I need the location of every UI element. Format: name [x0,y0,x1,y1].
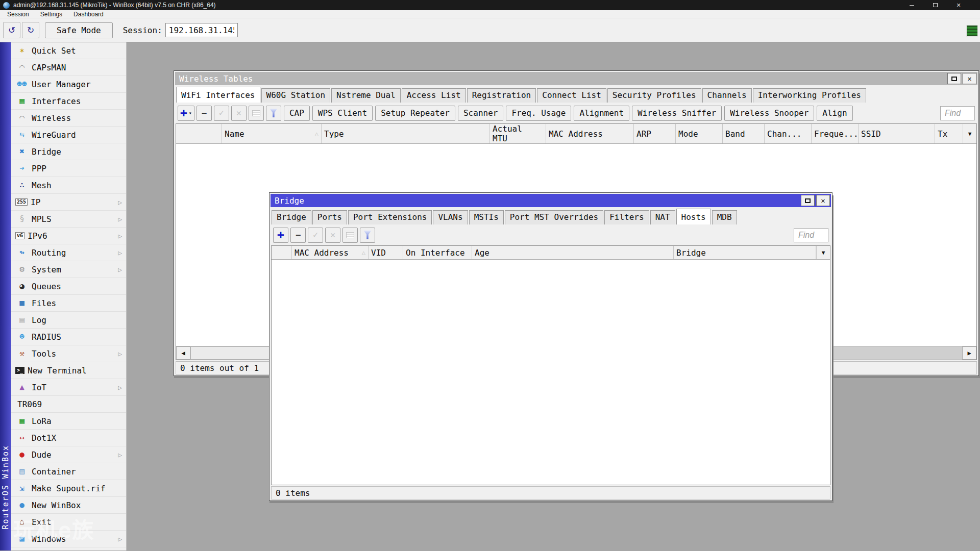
menu-item[interactable]: Dashboard [74,11,104,18]
toolbar-button[interactable]: Align [817,106,852,121]
sidebar-item-iot[interactable]: ▲ IoT ▷ [11,379,126,396]
toolbar-button[interactable]: Setup Repeater [375,106,455,121]
column-header[interactable]: Tx [935,124,963,143]
tab[interactable]: Channels [702,88,752,103]
menu-item[interactable]: Settings [40,11,62,18]
toolbar-button[interactable]: Wireless Snooper [724,106,814,121]
column-header[interactable]: Type [322,124,490,143]
column-header[interactable]: VID [369,246,403,259]
column-header[interactable]: SSID [859,124,935,143]
comment-button[interactable]: ▾ [249,106,264,121]
column-header[interactable]: Chan... [765,124,812,143]
scroll-left-button[interactable]: ◀ [176,346,190,360]
sidebar-item-interfaces[interactable]: ▦ Interfaces ▷ [11,93,126,110]
column-header[interactable]: Age [472,246,674,259]
sidebar-item-log[interactable]: ▤ Log ▷ [11,312,126,329]
toolbar-button[interactable]: Alignment [574,106,629,121]
window-close-button[interactable]: ✕ [963,73,976,84]
tab[interactable]: Nstreme Dual [331,88,401,103]
sidebar-item-dude[interactable]: ● Dude ▷ [11,446,126,463]
toolbar-button[interactable]: Wireless Sniffer [632,106,722,121]
tab[interactable]: Ports [312,210,347,224]
tab[interactable]: MDB [712,210,737,224]
sidebar-item-files[interactable]: ■ Files ▷ [11,295,126,312]
tab[interactable]: Connect List [537,88,606,103]
sidebar-item-mesh[interactable]: ∴ Mesh ▷ [11,177,126,194]
tab[interactable]: NAT [650,210,675,224]
tab[interactable]: Security Profiles [607,88,701,103]
remove-button[interactable]: − ▾ [197,106,212,121]
sidebar-item-tools[interactable]: ⚒ Tools ▷ [11,345,126,362]
undo-button[interactable]: ↺ [3,22,20,38]
tab[interactable]: Port Extensions [348,210,432,224]
sidebar-item-bridge[interactable]: ✖ Bridge ▷ [11,143,126,160]
column-header[interactable]: On Interface [403,246,472,259]
tab[interactable]: Filters [604,210,649,224]
sidebar-item-container[interactable]: ▤ Container ▷ [11,463,126,480]
os-close-button[interactable]: ✕ [953,1,964,9]
tab[interactable]: Port MST Overrides [505,210,603,224]
sidebar-item-capsman[interactable]: ◠ CAPsMAN ▷ [11,59,126,76]
column-header[interactable] [272,246,292,259]
filter-button[interactable]: ▾ [360,228,375,243]
toolbar-button[interactable]: CAP [284,106,310,121]
tab[interactable]: Bridge [272,210,311,224]
column-header[interactable]: Name △ [222,124,322,143]
remove-button[interactable]: − ▾ [290,228,306,243]
toolbar-button[interactable]: WPS Client [312,106,373,121]
safe-mode-button[interactable]: Safe Mode [45,22,113,38]
column-header[interactable]: Actual MTU [490,124,546,143]
sidebar-item-make-supout[interactable]: ⇲ Make Supout.rif ▷ [11,480,126,497]
wireless-window-titlebar[interactable]: Wireless Tables ✕ [175,72,977,85]
tab[interactable]: Registration [467,88,536,103]
sidebar-item-ip[interactable]: 255 IP ▷ [11,194,126,211]
column-menu-button[interactable]: ▼ [816,246,830,259]
os-minimize-button[interactable] [906,1,917,9]
sidebar-item-new-winbox[interactable]: ● New WinBox ▷ [11,497,126,514]
tab[interactable]: VLANs [433,210,468,224]
column-header[interactable]: MAC Address △ [292,246,369,259]
sidebar-item-dot1x[interactable]: ↔ Dot1X ▷ [11,430,126,446]
column-header[interactable]: ARP [634,124,676,143]
os-maximize-button[interactable] [930,1,940,9]
sidebar-item-wireless[interactable]: ◠ Wireless ▷ [11,110,126,127]
filter-button[interactable]: ▾ [266,106,281,121]
add-button[interactable]: + ▾ [273,228,288,243]
toolbar-button[interactable]: Scanner [458,106,503,121]
tab[interactable]: Access List [402,88,466,103]
tab[interactable]: WiFi Interfaces [176,87,260,103]
disable-button[interactable]: ✕ ▾ [325,228,340,243]
tab[interactable]: MSTIs [469,210,504,224]
sidebar-item-ipv6[interactable]: v6 IPv6 ▷ [11,228,126,244]
sidebar-item-system[interactable]: ⚙ System ▷ [11,261,126,278]
sidebar-item-new-terminal[interactable]: >_ New Terminal ▷ [11,362,126,379]
enable-button[interactable]: ✓ ▾ [214,106,229,121]
column-header[interactable]: Bridge [674,246,816,259]
window-close-button[interactable]: ✕ [816,195,830,206]
disable-button[interactable]: ✕ ▾ [231,106,247,121]
column-header[interactable]: Mode [676,124,723,143]
tab[interactable]: W60G Station [261,88,331,103]
session-input[interactable] [165,23,238,37]
comment-button[interactable]: ▾ [342,228,358,243]
sidebar-item-user-manager[interactable]: ☻☻ User Manager ▷ [11,76,126,93]
window-maximize-button[interactable] [801,195,815,206]
sidebar-item-routing[interactable]: ↬ Routing ▷ [11,244,126,261]
tab[interactable]: Interworking Profiles [753,88,866,103]
redo-button[interactable]: ↻ [22,22,39,38]
sidebar-item-wireguard[interactable]: ⇆ WireGuard ▷ [11,127,126,143]
column-menu-button[interactable]: ▼ [963,124,976,143]
sidebar-item-ppp[interactable]: ➔ PPP ▷ [11,160,126,177]
column-header[interactable]: MAC Address [546,124,634,143]
bridge-window-titlebar[interactable]: Bridge ✕ [271,194,831,207]
sidebar-item-tr069[interactable]: TR069 ▷ [11,396,126,413]
tab[interactable]: Hosts [676,209,711,224]
enable-button[interactable]: ✓ ▾ [308,228,323,243]
toolbar-button[interactable]: Freq. Usage [506,106,571,121]
sidebar-item-quick-set[interactable]: ✶ Quick Set ▷ [11,42,126,59]
column-header[interactable]: Band [723,124,765,143]
sidebar-item-queues[interactable]: ◕ Queues ▷ [11,278,126,295]
sidebar-item-radius[interactable]: ☻ RADIUS ▷ [11,329,126,345]
column-header[interactable] [176,124,222,143]
sidebar-item-mpls[interactable]: § MPLS ▷ [11,211,126,228]
